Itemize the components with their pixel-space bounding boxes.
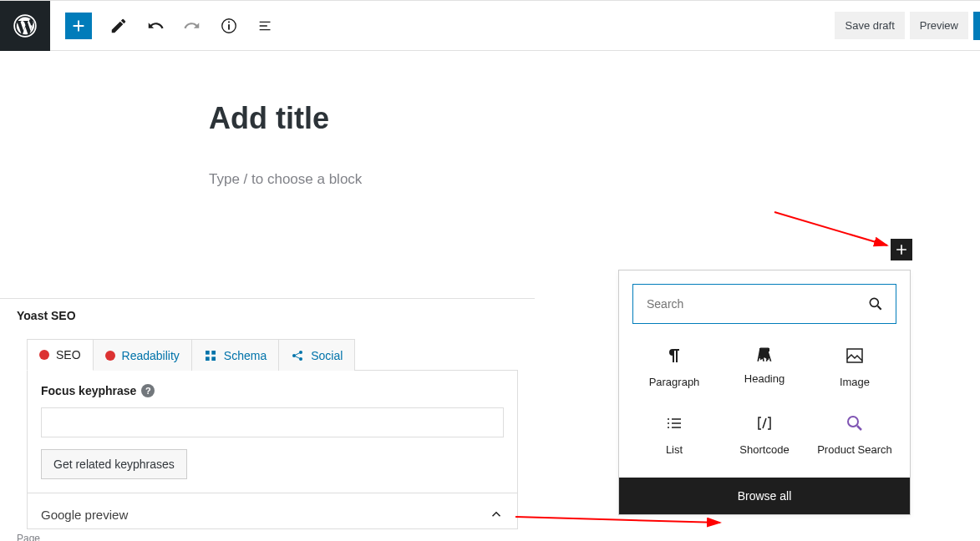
toolbar-right: Save draft Preview — [835, 12, 980, 40]
yoast-tabs: SEO Readability Schema Social — [27, 339, 535, 371]
block-shortcode[interactable]: Shortcode — [719, 408, 810, 461]
bookmark-icon — [756, 346, 773, 362]
svg-point-16 — [292, 354, 296, 357]
svg-point-17 — [299, 351, 302, 354]
svg-rect-3 — [228, 21, 230, 23]
block-inserter-popover: Paragraph Heading Image List Shortcode P… — [618, 270, 911, 515]
editor-topbar: Save draft Preview — [0, 1, 980, 51]
tab-readability[interactable]: Readability — [94, 339, 192, 371]
svg-line-9 — [763, 418, 766, 428]
block-label: Heading — [744, 372, 785, 385]
help-icon[interactable]: ? — [141, 384, 155, 397]
google-preview-toggle[interactable]: Google preview — [27, 493, 518, 529]
block-label: Image — [840, 376, 870, 388]
tab-label: Schema — [224, 349, 267, 362]
wordpress-icon — [13, 14, 37, 38]
inserter-search-input[interactable] — [645, 296, 867, 311]
tab-schema[interactable]: Schema — [192, 339, 279, 371]
block-label: List — [666, 443, 683, 456]
shortcode-icon — [754, 413, 774, 433]
tab-label: Social — [311, 349, 343, 362]
tab-seo[interactable]: SEO — [27, 339, 94, 371]
block-label: Product Search — [817, 443, 892, 456]
undo-icon — [146, 17, 165, 35]
redo-button[interactable] — [177, 11, 207, 41]
svg-point-10 — [848, 417, 858, 427]
readability-score-dot — [105, 351, 115, 361]
yoast-metabox-title: Yoast SEO — [0, 299, 535, 332]
get-related-keyphrases-button[interactable]: Get related keyphrases — [41, 449, 187, 479]
default-block-appender[interactable]: Type / to choose a block — [209, 171, 980, 188]
outline-button[interactable] — [251, 11, 281, 41]
block-image[interactable]: Image — [810, 341, 900, 393]
save-draft-button[interactable]: Save draft — [835, 12, 904, 39]
publish-button-edge[interactable] — [973, 12, 980, 40]
block-label: Paragraph — [649, 376, 700, 388]
add-block-button[interactable] — [65, 13, 92, 39]
image-icon — [845, 346, 865, 366]
list-icon — [664, 413, 684, 433]
undo-button[interactable] — [140, 11, 170, 41]
tab-label: SEO — [56, 348, 81, 362]
svg-rect-12 — [206, 351, 210, 355]
focus-label-text: Focus keyphrase — [41, 384, 136, 397]
product-search-icon — [845, 413, 865, 433]
info-button[interactable] — [214, 11, 244, 41]
pencil-icon — [109, 17, 128, 35]
yoast-seo-metabox: Yoast SEO SEO Readability Schema Social … — [0, 298, 535, 529]
focus-keyphrase-label: Focus keyphrase ? — [41, 384, 504, 397]
plus-icon — [69, 17, 88, 35]
svg-line-21 — [774, 212, 887, 245]
page-footer-label: Page — [17, 533, 40, 541]
search-icon — [867, 296, 884, 312]
preview-button[interactable]: Preview — [910, 12, 968, 39]
svg-rect-14 — [206, 356, 210, 361]
block-list[interactable]: List — [629, 408, 719, 461]
block-product-search[interactable]: Product Search — [810, 408, 900, 461]
browse-all-button[interactable]: Browse all — [619, 478, 910, 514]
svg-line-11 — [857, 426, 861, 430]
svg-line-22 — [515, 517, 720, 523]
svg-rect-15 — [211, 356, 216, 361]
tools-button[interactable] — [104, 11, 134, 41]
svg-rect-2 — [228, 24, 230, 29]
plus-icon — [893, 241, 910, 258]
redo-icon — [183, 17, 201, 35]
editor-canvas: Add title Type / to choose a block — [0, 51, 980, 188]
svg-line-19 — [296, 352, 300, 355]
tab-label: Readability — [122, 349, 180, 362]
svg-point-4 — [870, 298, 878, 306]
info-icon — [220, 17, 238, 35]
focus-keyphrase-input[interactable] — [41, 407, 504, 437]
social-icon — [291, 349, 304, 362]
block-heading[interactable]: Heading — [719, 341, 810, 393]
yoast-seo-panel: Focus keyphrase ? Get related keyphrases — [27, 370, 518, 493]
block-label: Shortcode — [739, 443, 789, 456]
post-title-input[interactable]: Add title — [209, 101, 980, 136]
toolbar-left — [50, 11, 281, 41]
wordpress-logo[interactable] — [0, 1, 50, 51]
svg-line-20 — [296, 356, 300, 358]
svg-rect-13 — [211, 351, 216, 355]
seo-score-dot — [39, 350, 49, 360]
google-preview-label: Google preview — [41, 508, 128, 522]
tab-social[interactable]: Social — [279, 339, 355, 371]
block-paragraph[interactable]: Paragraph — [629, 341, 719, 393]
svg-point-18 — [299, 357, 302, 361]
annotation-arrow-1 — [770, 208, 904, 258]
svg-line-5 — [878, 306, 881, 310]
paragraph-icon — [664, 346, 684, 366]
inline-inserter-button[interactable] — [891, 239, 912, 260]
schema-icon — [204, 349, 217, 362]
list-view-icon — [256, 17, 275, 35]
svg-rect-8 — [847, 349, 862, 362]
inserter-block-grid: Paragraph Heading Image List Shortcode P… — [619, 337, 910, 478]
inserter-search-box[interactable] — [632, 284, 896, 324]
chevron-up-icon — [489, 507, 504, 522]
